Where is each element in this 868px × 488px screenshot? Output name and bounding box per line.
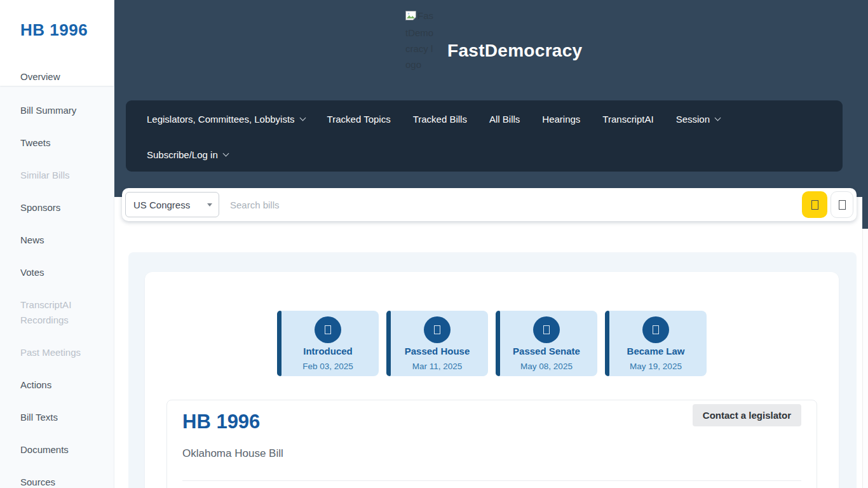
nav-session[interactable]: Session (676, 114, 720, 125)
sidebar-item-past-meetings: Past Meetings (0, 336, 114, 369)
page-scrollbar-thumb[interactable] (862, 0, 868, 229)
page-scrollbar-track[interactable] (862, 0, 868, 488)
nav-item-label: Session (676, 114, 710, 125)
milestone-accent-bar (496, 311, 500, 376)
chevron-down-icon (222, 150, 229, 156)
sidebar-item-label: TranscriptAI Recordings (20, 297, 101, 328)
sidebar-item-tweets[interactable]: Tweets (0, 126, 114, 159)
milestone-accent-bar (277, 311, 281, 376)
sidebar-item-sponsors[interactable]: Sponsors (0, 191, 114, 224)
region-select-value: US Congress (133, 200, 190, 210)
milestone-accent-bar (605, 311, 609, 376)
placeholder-icon (434, 325, 440, 334)
brand-name[interactable]: FastDemocracy (447, 41, 582, 61)
sidebar-item-documents[interactable]: Documents (0, 433, 114, 466)
bill-progress-timeline: Introduced Feb 03, 2025 Passed House Mar… (145, 272, 839, 376)
bill-search-bar: US Congress (122, 188, 857, 221)
nav-transcriptai[interactable]: TranscriptAI (602, 114, 653, 125)
main-section: Introduced Feb 03, 2025 Passed House Mar… (128, 252, 857, 488)
sidebar-item-label: Overview (20, 71, 60, 82)
nav-tracked-bills[interactable]: Tracked Bills (413, 114, 467, 125)
milestone-icon (533, 316, 560, 343)
sidebar-item-bill-summary[interactable]: Bill Summary (0, 94, 114, 126)
milestone-accent-bar (386, 311, 391, 376)
nav-item-label: Hearings (542, 114, 580, 125)
sidebar-item-similar-bills: Similar Bills (0, 159, 114, 191)
bill-type-subtitle: Oklahoma House Bill (182, 447, 801, 460)
site-header: FastDemocracy logo FastDemocracy Legisla… (114, 0, 868, 197)
region-select[interactable]: US Congress (125, 192, 219, 217)
sidebar-bill-title: HB 1996 (20, 20, 88, 40)
main-navbar: Legislators, Committees, Lobbyists Track… (126, 100, 843, 172)
sidebar-item-label: Votes (20, 267, 44, 278)
contact-legislator-button[interactable]: Contact a legislator (693, 404, 801, 426)
sidebar-item-label: Documents (20, 444, 69, 455)
nav-item-label: Tracked Bills (413, 114, 467, 125)
milestone-date: Mar 11, 2025 (386, 362, 488, 371)
nav-item-label: All Bills (489, 114, 520, 125)
nav-item-label: Tracked Topics (327, 114, 391, 125)
sidebar-item-news[interactable]: News (0, 224, 114, 256)
milestone-introduced: Introduced Feb 03, 2025 (277, 311, 379, 376)
sidebar-item-label: Tweets (20, 137, 51, 148)
placeholder-icon (543, 325, 550, 334)
chevron-down-icon (715, 114, 721, 121)
nav-hearings[interactable]: Hearings (542, 114, 580, 125)
nav-tracked-topics[interactable]: Tracked Topics (327, 114, 391, 125)
bill-detail-card: HB 1996 Contact a legislator Oklahoma Ho… (166, 400, 817, 488)
sidebar-header: HB 1996 Overview (0, 0, 114, 86)
milestone-label: Introduced (277, 346, 379, 356)
nav-subscribe-login[interactable]: Subscribe/Log in (147, 149, 228, 160)
placeholder-icon (653, 325, 659, 334)
search-icon (811, 200, 818, 210)
brand-logo-broken-image[interactable]: FastDemocracy logo (405, 8, 435, 72)
milestone-icon (424, 316, 451, 343)
bill-overview-card: Introduced Feb 03, 2025 Passed House Mar… (145, 272, 839, 488)
navbar-row-secondary: Subscribe/Log in (147, 137, 228, 172)
nav-item-label: Legislators, Committees, Lobbyists (147, 114, 295, 125)
milestone-icon (315, 316, 341, 343)
sidebar-item-label: Bill Summary (20, 105, 76, 116)
sidebar-item-votes[interactable]: Votes (0, 256, 114, 288)
placeholder-icon (325, 325, 331, 334)
milestone-date: Feb 03, 2025 (277, 362, 379, 371)
page: HB 1996 Overview Bill Summary Tweets Sim… (0, 0, 868, 488)
sidebar-item-actions[interactable]: Actions (0, 369, 114, 401)
sidebar-item-label: Sources (20, 477, 55, 487)
placeholder-icon (839, 200, 846, 210)
milestone-label: Became Law (605, 346, 707, 356)
divider (182, 480, 801, 481)
nav-legislators-committees-lobbyists[interactable]: Legislators, Committees, Lobbyists (147, 114, 305, 125)
sidebar-item-label: Similar Bills (20, 170, 70, 180)
navbar-row-primary: Legislators, Committees, Lobbyists Track… (147, 100, 832, 137)
nav-item-label: Subscribe/Log in (147, 149, 218, 160)
sidebar-item-bill-texts[interactable]: Bill Texts (0, 401, 114, 433)
sidebar-item-overview[interactable]: Overview (20, 71, 60, 82)
chevron-down-icon (299, 114, 306, 121)
milestone-date: May 19, 2025 (605, 362, 707, 371)
search-submit-button[interactable] (802, 191, 827, 218)
milestone-label: Passed House (386, 346, 488, 356)
sidebar-item-label: Past Meetings (20, 347, 81, 358)
sidebar-item-label: Sponsors (20, 202, 60, 213)
sidebar-item-transcriptai-recordings: TranscriptAI Recordings (0, 288, 114, 336)
sidebar-item-sources[interactable]: Sources (0, 466, 114, 488)
nav-item-label: TranscriptAI (602, 114, 653, 125)
milestone-date: May 08, 2025 (496, 362, 597, 371)
milestone-icon (642, 316, 669, 343)
nav-all-bills[interactable]: All Bills (489, 114, 520, 125)
milestone-became-law: Became Law May 19, 2025 (605, 311, 707, 376)
select-arrow-icon (207, 203, 212, 207)
search-input[interactable] (222, 192, 799, 217)
search-secondary-button[interactable] (831, 191, 853, 218)
sidebar-item-label: Bill Texts (20, 412, 58, 423)
sidebar: HB 1996 Overview Bill Summary Tweets Sim… (0, 0, 114, 488)
broken-image-icon (405, 9, 416, 25)
sidebar-nav: Bill Summary Tweets Similar Bills Sponso… (0, 86, 114, 488)
milestone-passed-house: Passed House Mar 11, 2025 (386, 311, 488, 376)
sidebar-item-label: News (20, 234, 44, 245)
milestone-label: Passed Senate (496, 346, 597, 356)
sidebar-item-label: Actions (20, 379, 51, 390)
milestone-passed-senate: Passed Senate May 08, 2025 (496, 311, 597, 376)
